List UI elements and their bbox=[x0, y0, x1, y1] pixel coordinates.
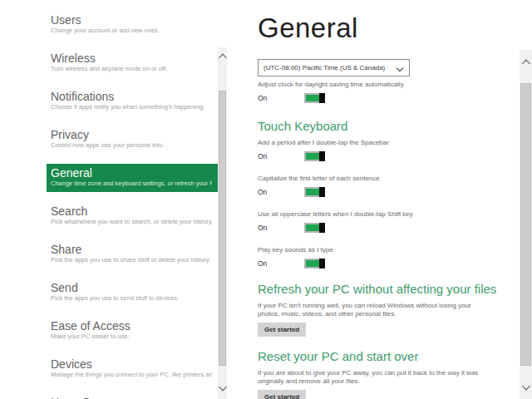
sidebar-item-privacy[interactable]: Privacy Control how apps use your person… bbox=[47, 126, 219, 154]
toggle-state-label: On bbox=[258, 188, 304, 196]
sidebar-item-users[interactable]: Users Change your account or add new one… bbox=[47, 11, 219, 39]
refresh-pc-heading: Refresh your PC without affecting your f… bbox=[258, 282, 520, 297]
reset-pc-description: If you are about to give your PC away, y… bbox=[258, 369, 520, 386]
toggle-state-label: On bbox=[258, 224, 304, 232]
sidebar-item-label: General bbox=[51, 166, 212, 180]
scrollbar-thumb[interactable] bbox=[219, 91, 226, 366]
sidebar-item-general[interactable]: General Change time zone and keyboard se… bbox=[47, 164, 219, 192]
timezone-value: (UTC-08:00) Pacific Time (US & Canada) bbox=[264, 64, 385, 71]
settings-sidebar: Users Change your account or add new one… bbox=[0, 0, 219, 399]
sidebar-item-label: Share bbox=[51, 243, 212, 256]
sidebar-item-label: Users bbox=[51, 13, 212, 27]
touch-keyboard-heading: Touch Keyboard bbox=[258, 119, 520, 134]
sidebar-item-notifications[interactable]: Notifications Choose if apps notify you … bbox=[47, 87, 219, 116]
toggle-knob bbox=[319, 151, 325, 161]
sidebar-item-label: Send bbox=[51, 281, 212, 294]
chevron-down-icon bbox=[397, 65, 403, 71]
key-sounds-toggle[interactable] bbox=[304, 259, 325, 268]
sidebar-item-desc: Pick what/where you want to search, or d… bbox=[51, 218, 212, 226]
toggle-knob bbox=[319, 223, 325, 233]
daylight-saving-label: Adjust clock for daylight saving time au… bbox=[258, 81, 520, 89]
daylight-saving-toggle[interactable] bbox=[304, 93, 325, 103]
sidebar-item-desc: Change time zone and keyboard settings, … bbox=[51, 180, 212, 188]
refresh-get-started-button[interactable]: Get started bbox=[258, 323, 306, 337]
sidebar-item-devices[interactable]: Devices Manage the things you connect to… bbox=[47, 355, 219, 383]
period-double-tap-label: Add a period after I double-tap the Spac… bbox=[258, 139, 520, 147]
uppercase-shift-label: Use all uppercase letters when I double-… bbox=[258, 210, 520, 219]
toggle-state-label: On bbox=[258, 259, 304, 268]
scroll-up-icon[interactable] bbox=[219, 54, 227, 62]
reset-get-started-button[interactable]: Get started bbox=[258, 390, 306, 399]
capitalize-label: Capitalize the first letter of each sent… bbox=[258, 175, 520, 183]
refresh-pc-description: If your PC isn't running well, you can r… bbox=[258, 302, 520, 318]
sidebar-item-label: Notifications bbox=[51, 90, 212, 103]
sidebar-item-desc: Manage the things you connect to your PC… bbox=[51, 371, 212, 379]
scrollbar-thumb[interactable] bbox=[520, 83, 531, 366]
sidebar-item-desc: Turn wireless and airplane mode on or of… bbox=[51, 65, 212, 73]
sidebar-item-ease-of-access[interactable]: Ease of Access Make your PC easier to us… bbox=[47, 317, 219, 345]
timezone-select[interactable]: (UTC-08:00) Pacific Time (US & Canada) bbox=[258, 59, 410, 76]
sidebar-item-label: HomeGroup bbox=[51, 396, 212, 399]
sidebar-item-desc: Pick the apps you use to send stuff to d… bbox=[51, 294, 212, 303]
general-settings-panel: General (UTC-08:00) Pacific Time (US & C… bbox=[258, 0, 520, 399]
sidebar-item-desc: Choose if apps notify you when something… bbox=[51, 103, 212, 111]
sidebar-item-share[interactable]: Share Pick the apps you use to share stu… bbox=[47, 240, 219, 268]
sidebar-item-homegroup[interactable]: HomeGroup Share libraries and devices wi… bbox=[47, 393, 219, 399]
toggle-state-label: On bbox=[258, 152, 304, 160]
sidebar-item-label: Wireless bbox=[51, 52, 212, 65]
sidebar-item-label: Devices bbox=[51, 357, 212, 371]
main-scrollbar[interactable] bbox=[520, 50, 532, 399]
reset-pc-heading: Reset your PC and start over bbox=[258, 349, 520, 364]
sidebar-item-desc: Control how apps use your personal info. bbox=[51, 141, 212, 150]
sidebar-item-label: Privacy bbox=[51, 128, 212, 141]
key-sounds-label: Play key sounds as I type bbox=[258, 246, 520, 254]
toggle-state-label: On bbox=[258, 94, 304, 102]
scroll-down-icon[interactable] bbox=[522, 382, 530, 391]
toggle-knob bbox=[319, 93, 325, 103]
sidebar-item-wireless[interactable]: Wireless Turn wireless and airplane mode… bbox=[47, 49, 219, 77]
period-double-tap-toggle[interactable] bbox=[304, 151, 325, 161]
scroll-up-icon[interactable] bbox=[522, 60, 530, 68]
sidebar-scrollbar[interactable] bbox=[218, 47, 227, 399]
sidebar-item-label: Ease of Access bbox=[51, 319, 212, 332]
toggle-knob bbox=[319, 187, 325, 197]
toggle-knob bbox=[319, 259, 325, 268]
sidebar-item-desc: Make your PC easier to use. bbox=[51, 332, 212, 341]
sidebar-item-desc: Pick the apps you use to share stuff or … bbox=[51, 256, 212, 264]
sidebar-item-desc: Change your account or add new ones. bbox=[51, 27, 212, 35]
capitalize-toggle[interactable] bbox=[304, 187, 325, 197]
sidebar-item-search[interactable]: Search Pick what/where you want to searc… bbox=[47, 202, 219, 230]
scroll-down-icon[interactable] bbox=[219, 383, 227, 392]
sidebar-item-label: Search bbox=[51, 204, 212, 218]
sidebar-item-send[interactable]: Send Pick the apps you use to send stuff… bbox=[47, 278, 219, 307]
page-title: General bbox=[258, 12, 520, 45]
uppercase-shift-toggle[interactable] bbox=[304, 223, 325, 233]
